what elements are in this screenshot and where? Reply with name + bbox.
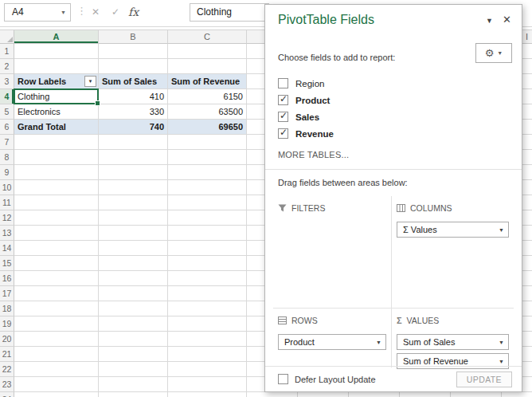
cell-B14[interactable] [99, 241, 168, 256]
cell-C1[interactable] [168, 44, 247, 59]
cell-A1[interactable] [14, 44, 99, 59]
row-labels-filter-button[interactable]: ▼ [84, 76, 96, 87]
cell-I24[interactable] [502, 392, 532, 397]
cell-B20[interactable] [99, 332, 168, 347]
cell-A21[interactable] [14, 347, 99, 362]
name-box[interactable]: A4 ▼ [4, 3, 71, 22]
row-header-14[interactable]: 14 [0, 241, 14, 256]
cell-A5[interactable]: Electronics [14, 104, 99, 120]
row-header-7[interactable]: 7 [0, 135, 14, 150]
cell-H24[interactable] [451, 392, 502, 397]
cell-B24[interactable] [99, 392, 168, 397]
checkbox-product[interactable] [278, 95, 288, 105]
cell-B11[interactable] [99, 195, 168, 210]
area-field-values[interactable]: Σ Values▼ [397, 222, 509, 238]
area-field-sum-of-sales[interactable]: Sum of Sales▼ [397, 334, 509, 350]
cell-C3[interactable]: Sum of Revenue [168, 74, 247, 89]
cell-C4[interactable]: 6150 [168, 89, 247, 104]
cell-A4[interactable]: Clothing [14, 89, 99, 104]
cell-C14[interactable] [168, 241, 247, 256]
row-header-2[interactable]: 2 [0, 59, 14, 74]
cell-B7[interactable] [99, 135, 168, 150]
checkbox-revenue[interactable] [278, 128, 288, 139]
field-item-region[interactable]: Region [278, 75, 512, 92]
row-header-24[interactable]: 24 [0, 392, 14, 397]
row-header-15[interactable]: 15 [0, 256, 14, 271]
row-header-5[interactable]: 5 [0, 104, 14, 120]
cell-C22[interactable] [168, 362, 247, 377]
cell-B17[interactable] [99, 286, 168, 301]
cell-A6[interactable]: Grand Total [14, 120, 99, 135]
cell-A14[interactable] [14, 241, 99, 256]
cell-B6[interactable]: 740 [99, 120, 168, 135]
cell-B10[interactable] [99, 180, 168, 195]
cell-C23[interactable] [168, 377, 247, 392]
cell-A8[interactable] [14, 150, 99, 165]
cell-B19[interactable] [99, 316, 168, 332]
cell-A18[interactable] [14, 301, 99, 316]
cell-B1[interactable] [99, 44, 168, 59]
enter-icon[interactable]: ✓ [106, 3, 125, 22]
cell-B12[interactable] [99, 210, 168, 226]
row-header-12[interactable]: 12 [0, 210, 14, 226]
cell-B18[interactable] [99, 301, 168, 316]
row-header-17[interactable]: 17 [0, 286, 14, 301]
update-button[interactable]: UPDATE [456, 371, 512, 387]
row-header-20[interactable]: 20 [0, 332, 14, 347]
defer-layout-checkbox[interactable] [278, 374, 288, 384]
cell-G24[interactable] [400, 392, 451, 397]
cell-E24[interactable] [298, 392, 349, 397]
cell-F24[interactable] [349, 392, 400, 397]
row-header-6[interactable]: 6 [0, 120, 14, 135]
cell-B15[interactable] [99, 256, 168, 271]
cell-C20[interactable] [168, 332, 247, 347]
cell-C18[interactable] [168, 301, 247, 316]
row-header-21[interactable]: 21 [0, 347, 14, 362]
cell-C16[interactable] [168, 271, 247, 286]
cell-B3[interactable]: Sum of Sales [99, 74, 168, 89]
cell-B4[interactable]: 410 [99, 89, 168, 104]
column-header-c[interactable]: C [168, 30, 247, 44]
tools-gear-button[interactable]: ⚙ ▼ [475, 43, 512, 63]
cell-A11[interactable] [14, 195, 99, 210]
pane-options-arrow-icon[interactable]: ▼ [486, 17, 493, 25]
formula-input[interactable]: Clothing [190, 3, 269, 22]
cell-C7[interactable] [168, 135, 247, 150]
cell-C19[interactable] [168, 316, 247, 332]
select-all-corner[interactable] [0, 30, 14, 44]
cell-B5[interactable]: 330 [99, 104, 168, 120]
column-header-a[interactable]: A [14, 30, 99, 44]
cell-A7[interactable] [14, 135, 99, 150]
cell-A15[interactable] [14, 256, 99, 271]
row-header-23[interactable]: 23 [0, 377, 14, 392]
cell-C8[interactable] [168, 150, 247, 165]
cell-A2[interactable] [14, 59, 99, 74]
row-header-9[interactable]: 9 [0, 165, 14, 180]
cell-C15[interactable] [168, 256, 247, 271]
cell-A10[interactable] [14, 180, 99, 195]
columns-drop-area[interactable]: Σ Values▼ [397, 222, 509, 238]
row-header-1[interactable]: 1 [0, 44, 14, 59]
field-item-product[interactable]: Product [278, 92, 512, 108]
cell-C13[interactable] [168, 226, 247, 241]
column-header-b[interactable]: B [99, 30, 168, 44]
cell-A20[interactable] [14, 332, 99, 347]
cell-D24[interactable] [247, 392, 298, 397]
row-header-4[interactable]: 4 [0, 89, 14, 104]
cell-B8[interactable] [99, 150, 168, 165]
cell-B21[interactable] [99, 347, 168, 362]
field-item-sales[interactable]: Sales [278, 108, 512, 125]
cell-A13[interactable] [14, 226, 99, 241]
cell-A24[interactable] [14, 392, 99, 397]
cell-A19[interactable] [14, 316, 99, 332]
cell-C21[interactable] [168, 347, 247, 362]
cell-A12[interactable] [14, 210, 99, 226]
cell-B23[interactable] [99, 377, 168, 392]
cell-B16[interactable] [99, 271, 168, 286]
cell-C11[interactable] [168, 195, 247, 210]
cell-C17[interactable] [168, 286, 247, 301]
cell-C10[interactable] [168, 180, 247, 195]
cell-A9[interactable] [14, 165, 99, 180]
row-header-11[interactable]: 11 [0, 195, 14, 210]
cell-B13[interactable] [99, 226, 168, 241]
